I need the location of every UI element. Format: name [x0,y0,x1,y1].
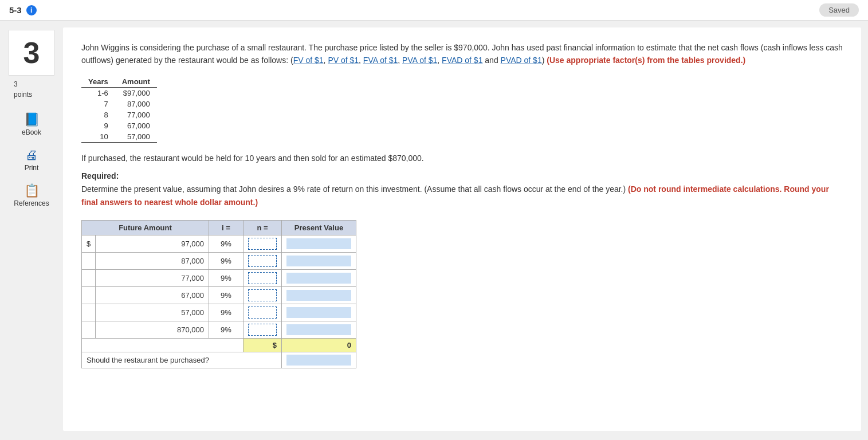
pv-table-row: 77,000 9% [82,269,356,286]
pv-header-n: n = [243,220,282,235]
ebook-button[interactable]: 📘 eBook [9,108,54,141]
print-icon: 🖨 [25,148,38,163]
pv-table-container: Future Amount i = n = Present Value $ 97… [81,220,843,368]
saved-badge: Saved [819,3,859,17]
pv-i: 9% [209,304,243,321]
pv-header-i: i = [209,220,243,235]
pv-n[interactable] [243,235,282,252]
pv-table-row: 870,000 9% [82,321,356,338]
pv-i: 9% [209,321,243,338]
cf-amount: 67,000 [115,120,157,131]
problem-id: 5-3 [9,5,22,15]
pv-n[interactable] [243,252,282,269]
pv-n[interactable] [243,321,282,338]
cf-years: 7 [81,99,115,109]
references-label: References [14,199,49,207]
pv-amount: 67,000 [96,286,209,304]
sidebar: 3 3 points 📘 eBook 🖨 Print 📋 References [0,21,63,438]
info-icon[interactable]: i [26,5,37,15]
pv-header-pv: Present Value [282,220,356,235]
cf-table-row: 1-6 $97,000 [81,87,157,99]
bold-instruction: (Use appropriate factor(s) from the tabl… [547,56,745,65]
cf-table-row: 8 77,000 [81,109,157,120]
references-button[interactable]: 📋 References [9,179,54,212]
fvad-link[interactable]: FVAD of $1 [442,56,482,65]
pv-table-row: $ 97,000 9% [82,235,356,252]
pv-value[interactable] [282,321,356,338]
pv-dollar-sign [82,252,96,269]
pv-n[interactable] [243,269,282,286]
top-bar: 5-3 i Saved [0,0,868,21]
cf-years: 9 [81,120,115,131]
main-layout: 3 3 points 📘 eBook 🖨 Print 📋 References … [0,21,868,438]
pv-total-row: $ 0 [82,338,356,352]
should-purchase-row: Should the restaurant be purchased? [82,352,356,368]
cf-header-years: Years [81,76,115,88]
references-icon: 📋 [24,183,40,198]
pv-dollar-sign: $ [82,235,96,252]
question-number-box: 3 [9,30,54,76]
pv-i: 9% [209,269,243,286]
fv-link[interactable]: FV of $1 [293,56,324,65]
pvad-link[interactable]: PVAD of $1 [501,56,542,65]
pv-i: 9% [209,235,243,252]
pva-link[interactable]: PVA of $1 [402,56,437,65]
ebook-icon: 📘 [24,112,40,127]
pv-amount: 87,000 [96,252,209,269]
pv-amount: 57,000 [96,304,209,321]
fva-link[interactable]: FVA of $1 [363,56,398,65]
pv-value[interactable] [282,269,356,286]
pv-value[interactable] [282,286,356,304]
pv-table-row: 67,000 9% [82,286,356,304]
pv-link[interactable]: PV of $1 [328,56,359,65]
top-bar-left: 5-3 i [9,5,37,15]
print-button[interactable]: 🖨 Print [9,143,54,176]
should-purchase-input[interactable] [282,352,356,368]
cf-table-row: 7 87,000 [81,99,157,109]
pv-dollar-sign [82,286,96,304]
cf-years: 1-6 [81,87,115,99]
cf-header-amount: Amount [115,76,157,88]
pv-value[interactable] [282,252,356,269]
should-purchase-label: Should the restaurant be purchased? [82,352,282,368]
pv-total-dollar: $ [243,338,282,352]
cf-years: 8 [81,109,115,120]
question-text: John Wiggins is considering the purchase… [81,41,843,67]
pv-n[interactable] [243,304,282,321]
pv-amount: 97,000 [96,235,209,252]
print-label: Print [25,164,39,172]
sidebar-actions: 📘 eBook 🖨 Print 📋 References [5,108,58,212]
pv-dollar-sign [82,321,96,338]
required-text: Determine the present value, assuming th… [81,183,843,209]
required-label: Required: [81,171,843,180]
points-label: 3 [14,80,18,88]
cf-amount: 57,000 [115,131,157,143]
pv-table-row: 57,000 9% [82,304,356,321]
cf-amount: 87,000 [115,99,157,109]
pv-dollar-sign [82,304,96,321]
pv-i: 9% [209,286,243,304]
cash-flow-table: Years Amount 1-6 $97,000 7 87,000 8 77,0… [81,76,157,143]
pv-amount: 870,000 [96,321,209,338]
pv-value[interactable] [282,304,356,321]
ebook-label: eBook [22,128,41,136]
cf-table-row: 10 57,000 [81,131,157,143]
pv-total-value: 0 [282,338,356,352]
content-area: John Wiggins is considering the purchase… [63,28,861,431]
cf-amount: $97,000 [115,87,157,99]
cf-table-row: 9 67,000 [81,120,157,131]
points-sublabel: points [14,91,32,99]
cf-amount: 77,000 [115,109,157,120]
pv-header-future-amount: Future Amount [82,220,209,235]
pv-amount: 77,000 [96,269,209,286]
cf-years: 10 [81,131,115,143]
pv-table-row: 87,000 9% [82,252,356,269]
pv-dollar-sign [82,269,96,286]
pv-n[interactable] [243,286,282,304]
if-purchased-text: If purchased, the restaurant would be he… [81,152,843,164]
pv-i: 9% [209,252,243,269]
pv-table: Future Amount i = n = Present Value $ 97… [81,220,356,368]
pv-value[interactable] [282,235,356,252]
